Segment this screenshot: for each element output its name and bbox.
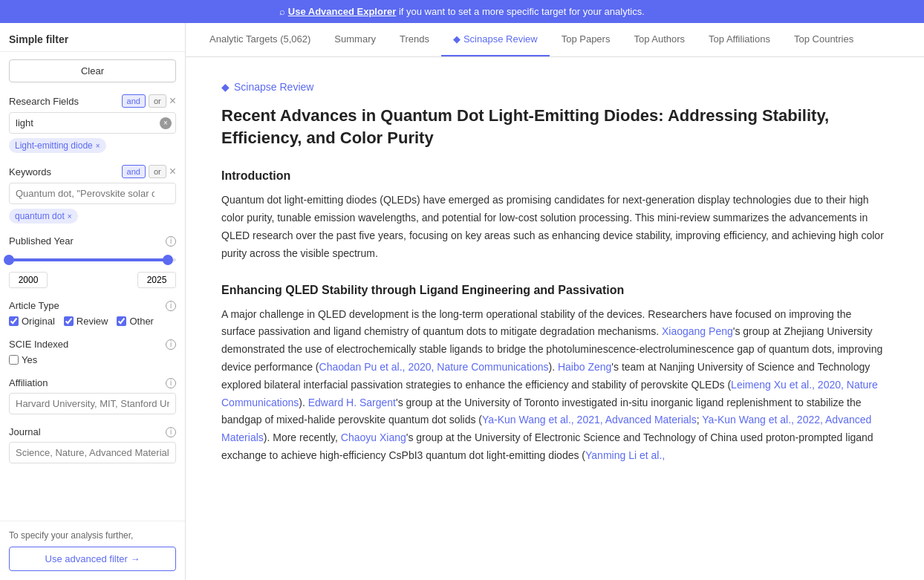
article-type-info-icon: i [166,301,176,311]
year-max-input[interactable] [137,272,176,288]
keywords-label: Keywords [9,166,51,177]
banner-text: if you want to set a more specific targe… [396,6,645,17]
article-type-other[interactable]: Other [117,316,154,327]
affiliation-label: Affiliation [9,377,48,388]
link-yanming-li[interactable]: Yanming Li et al., [585,449,665,461]
scie-indexed-section: SCIE Indexed i Yes [9,339,176,365]
keywords-close-btn[interactable]: × [169,165,176,178]
footer-text: To specify your analysis further, [9,530,176,541]
scinapse-review-label: ◆ Scinapse Review [221,81,888,93]
link-edward-sargent[interactable]: Edward H. Sargent [308,397,396,408]
keywords-and-btn[interactable]: and [122,165,146,178]
article-para-stability: A major challenge in QLED development is… [221,306,888,465]
clear-button[interactable]: Clear [9,59,176,82]
research-fields-close-btn[interactable]: × [169,94,176,108]
article-type-original[interactable]: Original [9,316,55,327]
article-type-review[interactable]: Review [64,316,108,327]
article-type-section: Article Type i Original Review Other [9,300,176,327]
research-fields-label: Research Fields [9,96,79,107]
scie-indexed-info-icon: i [166,339,176,350]
research-fields-input[interactable] [9,112,176,134]
slider-fill [9,258,168,261]
article-type-options: Original Review Other [9,316,176,327]
year-slider[interactable] [9,252,176,267]
section-heading-intro: Introduction [221,169,888,183]
research-fields-tag-0-remove[interactable]: × [96,142,100,150]
keywords-tag-0: quantum dot × [9,209,78,224]
keywords-tag-0-remove[interactable]: × [68,212,72,221]
link-chaodan-pu[interactable]: Chaodan Pu et al., 2020, Nature Communic… [319,361,549,373]
affiliation-input[interactable] [9,393,176,414]
affiliation-info-icon: i [166,378,176,388]
keywords-section: Keywords and or × quantum dot × [9,165,176,224]
tab-top-countries[interactable]: Top Countries [782,23,865,56]
journal-label: Journal [9,426,41,437]
research-fields-tag-0: Light-emitting diode × [9,138,106,153]
keywords-or-btn[interactable]: or [149,165,166,178]
scinapse-review-label-text: Scinapse Review [234,81,313,93]
sidebar-title: Simple filter [0,23,185,52]
scinapse-review-label-diamond: ◆ [221,81,230,93]
link-haibo-zeng[interactable]: Haibo Zeng [558,361,611,373]
published-year-section: Published Year i [9,235,176,288]
article-type-label: Article Type [9,300,59,311]
tab-top-affiliations[interactable]: Top Affiliations [697,23,782,56]
section-heading-stability: Enhancing QLED Stability through Ligand … [221,284,888,297]
slider-thumb-left[interactable] [4,255,14,265]
tab-analytic-targets[interactable]: Analytic Targets (5,062) [198,23,322,56]
affiliation-section: Affiliation i [9,377,176,414]
link-xiaogang-peng[interactable]: Xiaogang Peng [662,325,733,337]
link-chaoyu-xiang[interactable]: Chaoyu Xiang [341,431,406,443]
tabs-bar: Analytic Targets (5,062) Summary Trends … [186,23,924,57]
article-title: Recent Advances in Quantum Dot Light-Emi… [221,105,888,149]
year-min-input[interactable] [9,272,48,288]
top-banner: ⌕ Use Advanced Explorer if you want to s… [0,0,924,23]
journal-input[interactable] [9,442,176,463]
article-para-intro: Quantum dot light-emitting diodes (QLEDs… [221,192,888,262]
scie-indexed-yes[interactable]: Yes [9,354,37,365]
journal-info-icon: i [166,427,176,437]
published-year-info-icon: i [166,236,176,247]
content-area: Analytic Targets (5,062) Summary Trends … [186,23,924,580]
tab-trends[interactable]: Trends [388,23,441,56]
slider-thumb-right[interactable] [163,255,173,265]
advanced-explorer-link[interactable]: Use Advanced Explorer [288,6,396,17]
research-fields-input-clear[interactable]: × [160,117,172,129]
scinapse-review-diamond-icon: ◆ [453,33,461,45]
banner-search-icon: ⌕ [279,6,285,17]
article-content: ◆ Scinapse Review Recent Advances in Qua… [186,57,924,580]
advanced-filter-button[interactable]: Use advanced filter → [9,547,176,571]
research-fields-section: Research Fields and or × × Light-emittin… [9,94,176,153]
tab-summary[interactable]: Summary [322,23,388,56]
journal-section: Journal i [9,426,176,463]
keywords-input[interactable] [9,183,176,204]
published-year-label: Published Year [9,235,74,247]
link-ya-kun-wang-1[interactable]: Ya-Kun Wang et al., 2021, Advanced Mater… [482,414,697,426]
sidebar: Simple filter Clear Research Fields and … [0,23,186,580]
research-fields-or-btn[interactable]: or [149,94,166,108]
research-fields-and-btn[interactable]: and [122,94,146,108]
scie-indexed-label: SCIE Indexed [9,339,68,350]
tab-top-papers[interactable]: Top Papers [550,23,622,56]
tab-top-authors[interactable]: Top Authors [622,23,697,56]
tab-scinapse-review[interactable]: ◆Scinapse Review [441,23,550,56]
